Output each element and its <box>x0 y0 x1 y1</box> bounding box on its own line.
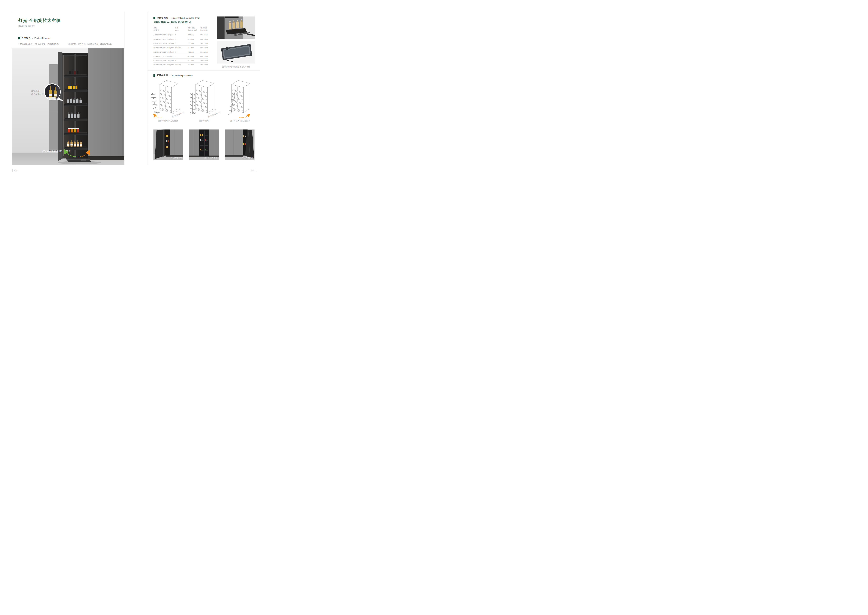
spec-section-heading: 规格参数图 / Specification Parameter Chart <box>153 17 200 19</box>
bullet-dot-icon <box>67 44 67 44</box>
cell-layer: 5 <box>175 38 188 40</box>
cell-inner-width: 264 ±2mm <box>200 42 208 44</box>
diagram-caption: 篮体平拉出 向左边旋转 <box>158 120 178 122</box>
effect-caption: 篮体平拉出效果 <box>204 156 217 159</box>
col-header-en: Layer <box>175 29 188 31</box>
features-bullets: 内含8轴承旋转、全铝合金支架、内嵌硅胶灯条 联动结构、省力静音、大容量大收纳、二… <box>19 43 119 45</box>
cell-cabinet-width: 400mm <box>188 64 200 66</box>
diagram-pullout-straight: 柜内深度 ≥520mm 篮体平拉出 <box>186 78 222 122</box>
cell-cabinet-width: 400mm <box>188 55 200 57</box>
page-number-text: 143 <box>14 169 17 172</box>
hero-photo-illustration: 全铝支架 前后氛围硅胶灯 灯光轴承旋转全铝平开拉篮 <box>12 48 124 165</box>
open-door-panel <box>58 52 62 161</box>
depth-dimension-label: 柜内深度 ≥520mm <box>172 111 184 118</box>
col-header-zh: 柜内宽度 <box>200 27 208 29</box>
page-subtitle: Revolving Tall Unit <box>19 25 124 27</box>
features-heading-zh: 产品特点 <box>22 37 31 40</box>
hero-product-photo: 全铝支架 前后氛围硅胶灯 灯光轴承旋转全铝平开拉篮 <box>12 48 124 165</box>
cell-spec: A:244*505*(1050-1350)mm <box>153 34 175 36</box>
cell-inner-width: 264 ±2mm <box>200 47 208 48</box>
cell-layer: 4 <box>175 34 188 36</box>
cell-spec: F:344*505*(1350-1650)mm <box>153 55 175 57</box>
diagram-caption: 篮体平拉出 <box>199 120 209 122</box>
col-header-zh: 规格 <box>153 27 175 29</box>
page-number-left: 143 <box>12 169 17 172</box>
spec-table-row: E:344*505*(1050-1350)mm 4 400mm 364 ±2mm <box>153 50 208 54</box>
cell-spec: E:344*505*(1050-1350)mm <box>153 51 175 53</box>
section-marker-icon <box>153 74 155 77</box>
cell-cabinet-width: 400mm <box>188 59 200 61</box>
col-header-en: Inner width <box>200 29 208 31</box>
spec-heading-en: Specification Parameter Chart <box>172 17 200 19</box>
heading-separator: / <box>32 37 33 39</box>
spec-table-row: A:244*505*(1050-1350)mm 4 300mm 264 ±2mm <box>153 33 208 37</box>
diagram-pullout-rotate-left: 柜内深度 ≥520mm 篮体平拉出 向左边旋转 <box>150 78 186 122</box>
feature-bullet-text: 内含8轴承旋转、全铝合金支架、内嵌硅胶灯条 <box>20 43 59 45</box>
install-heading-zh: 安装参数图 <box>157 74 168 77</box>
effect-photo-pullout: 篮体平拉出效果 <box>189 130 219 161</box>
section-marker-icon <box>19 37 20 39</box>
cell-cabinet-width: 400mm <box>188 51 200 53</box>
cell-cabinet-width: 300mm <box>188 38 200 40</box>
left-page: 灯光·全铝旋转太空舱 Revolving Tall Unit 产品特点 / Pr… <box>12 12 125 165</box>
cell-inner-width: 264 ±2mm <box>200 38 208 40</box>
pulled-basket-stack <box>151 92 159 114</box>
col-header-en: Cabinet width <box>188 29 200 31</box>
cell-inner-width: 364 ±2mm <box>200 59 208 61</box>
right-page: 规格参数图 / Specification Parameter Chart GS… <box>148 12 261 165</box>
feature-bullet: 联动结构、省力静音、大容量大收纳、二边氛围光源 <box>67 43 111 45</box>
cell-cabinet-width: 300mm <box>188 42 200 44</box>
feature-bullet-text: 联动结构、省力静音、大容量大收纳、二边氛围光源 <box>69 43 111 45</box>
bottom-slide-rail <box>66 158 91 162</box>
spec-table-header: 规格 (W*D*H) 层数 Layer 柜体宽度 Cabinet width 柜… <box>153 25 208 33</box>
effect-photos-row: 向左旋转效果 <box>153 130 254 161</box>
cell-spec: G:344*505*(1650-1950)mm <box>153 59 175 61</box>
cell-cabinet-width: 300mm <box>188 47 200 48</box>
install-heading-en: Installation parameters <box>172 74 193 77</box>
spec-photos: 全内部棒卯结构玻璃篮·不见任何螺丝 <box>217 17 255 68</box>
effect-photo-rotate-left: 向左旋转效果 <box>153 130 183 161</box>
col-header-en: (W*D*H) <box>153 29 175 31</box>
cell-inner-width: 364 ±2mm <box>200 64 208 66</box>
diagram-caption: 篮体平拉出 向右边旋转 <box>230 120 250 122</box>
spec-table-row: H:344*505*(1950-2200)mm 6 (加高) 400mm 364… <box>153 62 208 67</box>
col-header: 柜内宽度 Inner width <box>200 27 208 31</box>
col-header: 柜体宽度 Cabinet width <box>188 27 200 31</box>
installation-diagrams: 柜内深度 ≥520mm 篮体平拉出 向左边旋转 <box>150 78 258 122</box>
callout-label-line1: 全铝支架 <box>31 90 40 92</box>
cell-inner-width: 364 ±2mm <box>200 55 208 57</box>
spec-table-row: G:344*505*(1650-1950)mm 6 400mm 364 ±2mm <box>153 58 208 63</box>
effect-photo-rotate-right: 向右旋转效果 <box>225 130 254 161</box>
spec-table-row: F:344*505*(1350-1650)mm 5 400mm 364 ±2mm <box>153 54 208 58</box>
install-section-heading: 安装参数图 / Installation parameters <box>153 74 193 77</box>
features-heading: 产品特点 / Product Features <box>19 37 119 40</box>
page-number-text: 144 <box>251 169 254 172</box>
effect-caption: 向右旋转效果 <box>242 156 253 159</box>
col-header: 规格 (W*D*H) <box>153 27 175 31</box>
cell-layer: 6 (加高) <box>175 64 188 66</box>
depth-dimension-label: 柜内深度 ≥520mm <box>208 111 220 118</box>
cell-spec: H:344*505*(1950-2200)mm <box>153 64 175 66</box>
page-number-bar <box>256 169 256 172</box>
spec-table-row: C:244*505*(1650-1950)mm 6 300mm 264 ±2mm <box>153 41 208 46</box>
page-number-right: 144 <box>251 169 256 172</box>
cell-spec: D:244*505*(1950-2200)mm <box>153 47 175 48</box>
left-page-header: 灯光·全铝旋转太空舱 Revolving Tall Unit <box>12 12 124 33</box>
rotate-right-arrow-icon <box>239 115 249 118</box>
cell-spec: C:244*505*(1650-1950)mm <box>153 42 175 44</box>
cell-layer: 6 <box>175 59 188 61</box>
features-heading-en: Product Features <box>34 37 50 39</box>
cell-layer: 5 <box>175 55 188 57</box>
page-title: 灯光·全铝旋转太空舱 <box>19 18 124 23</box>
spec-photo-glass-basket <box>217 41 255 64</box>
spec-photo-caption: 全内部棒卯结构玻璃篮·不见任何螺丝 <box>217 66 255 68</box>
cell-layer: 6 (加高) <box>175 47 188 49</box>
col-header-zh: 柜体宽度 <box>188 27 200 29</box>
cell-inner-width: 264 ±2mm <box>200 34 208 36</box>
heading-separator: / <box>170 17 170 19</box>
col-header-zh: 层数 <box>175 27 188 29</box>
heading-separator: / <box>170 75 170 76</box>
cell-cabinet-width: 300mm <box>188 34 200 36</box>
spec-table-row: D:244*505*(1950-2200)mm 6 (加高) 300mm 264… <box>153 46 208 50</box>
cell-layer: 4 <box>175 51 188 53</box>
